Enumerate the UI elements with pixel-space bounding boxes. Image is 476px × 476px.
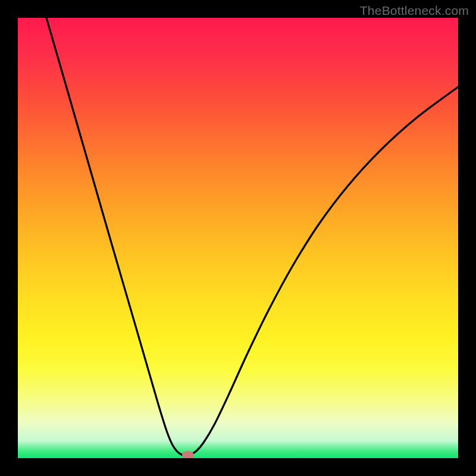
chart-curve-svg [18, 18, 458, 458]
chart-frame [18, 18, 458, 458]
optimal-point-marker [182, 451, 194, 458]
bottleneck-curve-line [46, 18, 458, 456]
watermark-text: TheBottleneck.com [360, 4, 469, 18]
